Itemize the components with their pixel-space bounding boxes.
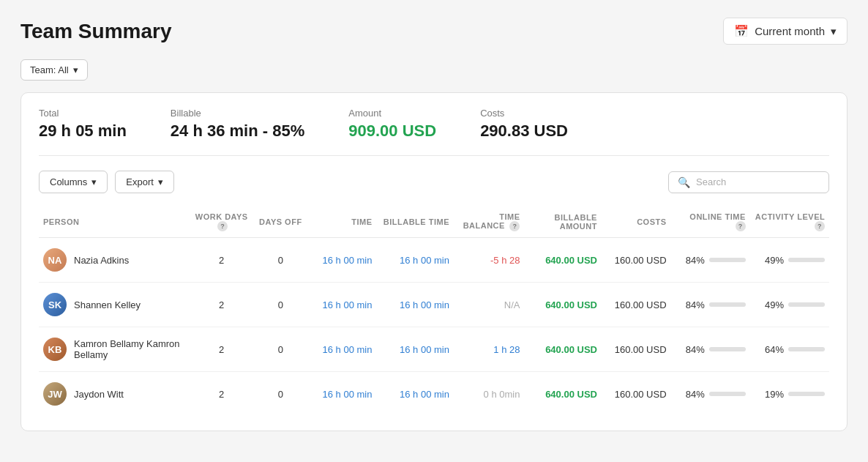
online-pct-1: 84% xyxy=(686,299,705,310)
time-2: 16 h 00 min xyxy=(308,327,376,372)
activitylevel-help-icon[interactable]: ? xyxy=(815,221,825,231)
time-1: 16 h 00 min xyxy=(308,283,376,327)
summary-row: Total 29 h 05 min Billable 24 h 36 min -… xyxy=(39,108,829,156)
main-card: Total 29 h 05 min Billable 24 h 36 min -… xyxy=(20,92,848,431)
online-bar-bg-2 xyxy=(709,347,746,351)
activity-pct-1: 49% xyxy=(765,299,784,310)
online-bar-bg-0 xyxy=(709,258,746,262)
timebalance-help-icon[interactable]: ? xyxy=(509,221,520,231)
export-label: Export xyxy=(126,176,154,187)
toolbar-left: Columns ▾ Export ▾ xyxy=(39,171,174,193)
search-wrap[interactable]: 🔍 xyxy=(668,171,829,193)
chevron-down-icon: ▾ xyxy=(73,64,78,75)
time-balance-0: -5 h 28 xyxy=(454,238,525,283)
person-name-1: Shannen Kelley xyxy=(74,299,141,310)
costs-3: 160.00 USD xyxy=(602,372,671,417)
col-header-online-time: ONLINE TIME ? xyxy=(671,206,750,238)
table-row: NA Nazia Adkins 2 0 16 h 00 min 16 h 00 … xyxy=(39,238,829,283)
time-0: 16 h 00 min xyxy=(308,238,376,283)
total-value: 29 h 05 min xyxy=(39,122,127,141)
online-pct-2: 84% xyxy=(686,344,705,355)
online-time-1: 84% xyxy=(671,283,750,327)
avatar-1: SK xyxy=(43,293,67,316)
summary-costs: Costs 290.83 USD xyxy=(480,108,568,141)
col-header-time: TIME xyxy=(308,206,376,238)
online-time-0: 84% xyxy=(671,238,750,283)
calendar-icon: 📅 xyxy=(734,24,749,38)
online-bar-bg-1 xyxy=(709,302,746,307)
summary-billable: Billable 24 h 36 min - 85% xyxy=(171,108,304,141)
billable-time-0: 16 h 00 min xyxy=(376,238,454,283)
time-balance-2: 1 h 28 xyxy=(454,327,525,372)
workdays-0: 2 xyxy=(190,238,252,283)
avatar-0: NA xyxy=(43,248,67,272)
team-filter-label: Team: All xyxy=(30,64,69,75)
page-header: Team Summary 📅 Current month ▾ xyxy=(20,18,848,45)
current-month-button[interactable]: 📅 Current month ▾ xyxy=(723,18,848,45)
search-input[interactable] xyxy=(696,176,820,187)
time-balance-3: 0 h 0min xyxy=(454,372,525,417)
page-title: Team Summary xyxy=(20,20,171,43)
workdays-1: 2 xyxy=(190,283,252,327)
col-header-activity-level: ACTIVITY LEVEL ? xyxy=(750,206,829,238)
amount-value: 909.00 USD xyxy=(348,122,436,141)
table-row: SK Shannen Kelley 2 0 16 h 00 min 16 h 0… xyxy=(39,283,829,327)
workdays-3: 2 xyxy=(190,372,252,417)
person-cell-1: SK Shannen Kelley xyxy=(39,283,190,327)
columns-button[interactable]: Columns ▾ xyxy=(39,171,108,193)
col-header-person: PERSON xyxy=(39,206,190,238)
activity-bar-bg-0 xyxy=(788,258,825,262)
billable-amount-0: 640.00 USD xyxy=(524,238,602,283)
workdays-2: 2 xyxy=(190,327,252,372)
daysoff-3: 0 xyxy=(252,372,308,417)
table-header: PERSON WORK DAYS ? DAYS OFF TIME BILLABL… xyxy=(39,206,829,238)
onlinetime-help-icon[interactable]: ? xyxy=(736,221,746,231)
billable-time-3: 16 h 00 min xyxy=(376,372,454,417)
person-cell-0: NA Nazia Adkins xyxy=(39,238,190,283)
costs-2: 160.00 USD xyxy=(602,327,671,372)
billable-amount-2: 640.00 USD xyxy=(524,327,602,372)
online-pct-0: 84% xyxy=(686,255,705,266)
activity-level-2: 64% xyxy=(750,327,829,372)
table-body: NA Nazia Adkins 2 0 16 h 00 min 16 h 00 … xyxy=(39,238,829,417)
billable-value: 24 h 36 min - 85% xyxy=(171,122,304,141)
col-header-time-balance: TIME BALANCE ? xyxy=(454,206,525,238)
activity-level-0: 49% xyxy=(750,238,829,283)
daysoff-2: 0 xyxy=(252,327,308,372)
activity-level-3: 19% xyxy=(750,372,829,417)
search-icon: 🔍 xyxy=(678,176,690,188)
billable-label: Billable xyxy=(171,108,304,119)
person-name-0: Nazia Adkins xyxy=(74,255,129,266)
toolbar: Columns ▾ Export ▾ 🔍 xyxy=(39,171,829,193)
current-month-label: Current month xyxy=(755,25,825,37)
billable-amount-1: 640.00 USD xyxy=(524,283,602,327)
chevron-down-icon: ▾ xyxy=(158,176,163,187)
chevron-down-icon: ▾ xyxy=(831,25,837,38)
online-time-2: 84% xyxy=(671,327,750,372)
columns-label: Columns xyxy=(50,176,87,187)
costs-value: 290.83 USD xyxy=(480,122,568,141)
table-row: JW Jaydon Witt 2 0 16 h 00 min 16 h 00 m… xyxy=(39,372,829,417)
billable-time-1: 16 h 00 min xyxy=(376,283,454,327)
activity-bar-bg-3 xyxy=(788,392,825,396)
activity-level-1: 49% xyxy=(750,283,829,327)
team-filter: Team: All ▾ xyxy=(20,59,848,81)
time-balance-1: N/A xyxy=(454,283,525,327)
team-filter-button[interactable]: Team: All ▾ xyxy=(20,59,88,81)
data-table: PERSON WORK DAYS ? DAYS OFF TIME BILLABL… xyxy=(39,206,829,416)
person-cell-3: JW Jaydon Witt xyxy=(39,372,190,417)
time-3: 16 h 00 min xyxy=(308,372,376,417)
avatar-2: KB xyxy=(43,338,67,361)
person-name-3: Jaydon Witt xyxy=(74,389,124,400)
avatar-3: JW xyxy=(43,382,67,406)
costs-label: Costs xyxy=(480,108,568,119)
export-button[interactable]: Export ▾ xyxy=(115,171,174,193)
activity-pct-3: 19% xyxy=(765,389,784,400)
activity-bar-bg-2 xyxy=(788,347,825,351)
workdays-help-icon[interactable]: ? xyxy=(217,221,228,231)
person-name-2: Kamron Bellamy Kamron Bellamy xyxy=(74,338,186,360)
online-bar-bg-3 xyxy=(709,392,746,396)
activity-bar-bg-1 xyxy=(788,302,825,307)
activity-pct-0: 49% xyxy=(765,255,784,266)
daysoff-0: 0 xyxy=(252,238,308,283)
